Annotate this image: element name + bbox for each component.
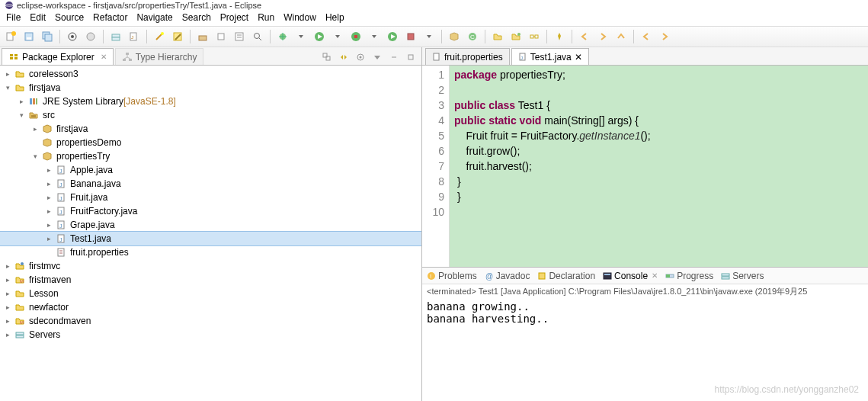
tree-node-project[interactable]: ▸Mfristmaven (0, 273, 421, 287)
open-project-icon[interactable] (508, 29, 524, 44)
svg-rect-12 (112, 37, 120, 40)
tab-servers[interactable]: Servers (721, 271, 764, 281)
tree-label: JRE System Library (43, 96, 123, 107)
tab-console[interactable]: Console✕ (603, 271, 658, 281)
menu-help[interactable]: Help (325, 12, 344, 24)
editor-tab-properties[interactable]: fruit.properties (425, 48, 510, 65)
tree-node-file[interactable]: ▸JFruitFactory.java (0, 204, 421, 218)
code-area[interactable]: package propertiesTry; public class Test… (450, 66, 868, 267)
tree-node-project[interactable]: ▸firstmvc (0, 259, 421, 273)
link-with-editor-icon[interactable] (336, 50, 351, 65)
dropdown-icon[interactable] (421, 29, 437, 44)
open-folder-icon[interactable] (490, 29, 505, 44)
project-tree[interactable]: ▸corelesson3 ▾firstjava ▸JRE System Libr… (0, 66, 421, 401)
servers-icon (721, 271, 730, 281)
svg-rect-45 (129, 59, 132, 61)
tree-node-project[interactable]: ▸Servers (0, 328, 421, 342)
search-icon[interactable] (250, 29, 265, 44)
prev-annotation-icon[interactable] (639, 29, 654, 44)
highlighter-icon[interactable] (170, 29, 185, 44)
nav-up-icon[interactable] (613, 29, 629, 44)
console-output[interactable]: banana growing.. banana harvesting.. (422, 299, 868, 401)
save-all-icon[interactable] (40, 29, 55, 44)
tab-package-explorer[interactable]: Package Explorer ✕ (2, 48, 114, 65)
tree-node-project[interactable]: ▾firstjava (0, 81, 421, 95)
tree-node-file[interactable]: ▸JGrape.java (0, 218, 421, 232)
menu-run[interactable]: Run (258, 12, 274, 24)
tree-node-file[interactable]: fruit.properties (0, 245, 421, 259)
minimize-icon[interactable] (386, 50, 402, 65)
pin-icon[interactable] (552, 29, 567, 44)
focus-icon[interactable] (353, 50, 368, 65)
maximize-icon[interactable] (403, 50, 418, 65)
code-editor[interactable]: 1 2 3 4 5 6 7 8 9 10 package propertiesT… (422, 66, 868, 267)
menu-file[interactable]: File (6, 12, 21, 24)
menu-project[interactable]: Project (220, 12, 248, 24)
tab-problems[interactable]: !Problems (427, 271, 477, 281)
skip-breakpoints-icon[interactable] (83, 29, 98, 44)
tree-node-src[interactable]: ▾src (0, 108, 421, 122)
editor-tab-test1[interactable]: J Test1.java ✕ (511, 48, 589, 65)
wand-icon[interactable] (152, 29, 167, 44)
link-editor-icon[interactable] (527, 29, 542, 44)
build-icon[interactable] (195, 29, 210, 44)
dropdown-icon[interactable] (367, 29, 382, 44)
open-task-icon[interactable] (232, 29, 247, 44)
workspace: Package Explorer ✕ Type Hierarchy ▸corel… (0, 47, 868, 401)
toggle-breadcrumb-icon[interactable] (65, 29, 80, 44)
collapse-all-icon[interactable] (319, 50, 335, 65)
coverage-icon[interactable] (348, 29, 364, 44)
tab-type-hierarchy[interactable]: Type Hierarchy (115, 48, 204, 65)
tree-node-package[interactable]: ▾propertiesTry (0, 149, 421, 163)
ext-tools-icon[interactable] (403, 29, 418, 44)
new-icon[interactable] (3, 29, 18, 44)
tab-javadoc[interactable]: @Javadoc (485, 271, 530, 281)
line-number: 6 (424, 143, 444, 159)
back-icon[interactable] (577, 29, 592, 44)
close-icon[interactable]: ✕ (101, 53, 107, 61)
tree-node-project[interactable]: ▸newfactor (0, 300, 421, 314)
view-menu-icon[interactable] (370, 50, 385, 65)
tree-node-file[interactable]: ▸JBanana.java (0, 177, 421, 191)
close-icon[interactable]: ✕ (575, 52, 582, 63)
project-icon (14, 301, 26, 313)
tree-node-jre[interactable]: ▸JRE System Library [JavaSE-1.8] (0, 95, 421, 108)
menu-edit[interactable]: Edit (30, 12, 46, 24)
tree-node-project[interactable]: ▸corelesson3 (0, 67, 421, 81)
next-annotation-icon[interactable] (657, 29, 672, 44)
menu-search[interactable]: Search (182, 12, 211, 24)
tree-node-project[interactable]: ▸Msdecondmaven (0, 314, 421, 328)
debug-icon[interactable] (275, 29, 290, 44)
package-explorer-pane: Package Explorer ✕ Type Hierarchy ▸corel… (0, 47, 422, 401)
run-last-icon[interactable] (385, 29, 400, 44)
run-icon[interactable] (312, 29, 327, 44)
line-number: 7 (424, 159, 444, 174)
tab-declaration[interactable]: Declaration (537, 271, 595, 281)
new-class-icon[interactable]: C (465, 29, 480, 44)
tree-node-package[interactable]: propertiesDemo (0, 136, 421, 149)
tree-node-file[interactable]: ▸JApple.java (0, 163, 421, 177)
tree-node-package[interactable]: ▸firstjava (0, 122, 421, 136)
new-jsp-icon[interactable]: J (127, 29, 142, 44)
save-icon[interactable] (21, 29, 37, 44)
svg-text:J: J (59, 196, 62, 201)
declaration-icon (537, 271, 546, 281)
menu-source[interactable]: Source (55, 12, 84, 24)
menu-window[interactable]: Window (283, 12, 316, 24)
close-icon[interactable]: ✕ (652, 271, 658, 280)
forward-icon[interactable] (595, 29, 610, 44)
new-server-icon[interactable] (108, 29, 123, 44)
new-package-icon[interactable] (447, 29, 462, 44)
menu-navigate[interactable]: Navigate (136, 12, 172, 24)
svg-rect-42 (14, 57, 18, 59)
tree-label: propertiesDemo (56, 137, 121, 148)
tree-node-file-selected[interactable]: ▸JTest1.java (0, 232, 421, 245)
menu-refactor[interactable]: Refactor (93, 12, 127, 24)
dropdown-icon[interactable] (330, 29, 345, 44)
dropdown-icon[interactable] (293, 29, 309, 44)
tree-node-file[interactable]: ▸JFruit.java (0, 191, 421, 204)
tab-progress[interactable]: Progress (665, 271, 713, 281)
tree-node-project[interactable]: ▸Lesson (0, 287, 421, 300)
open-type-icon[interactable] (213, 29, 229, 44)
bottom-tabs: !Problems @Javadoc Declaration Console✕ … (422, 268, 868, 284)
